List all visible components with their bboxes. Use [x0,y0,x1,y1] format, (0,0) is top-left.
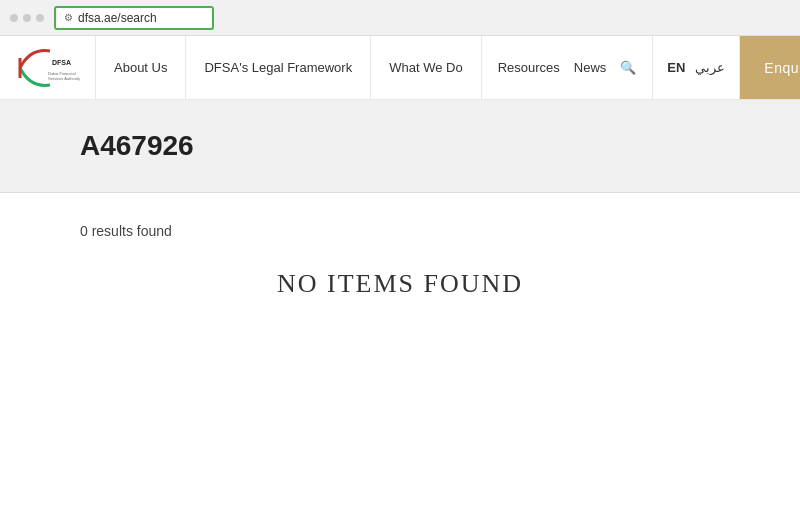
lang-ar-button[interactable]: عربي [695,60,725,76]
nav-legal-framework[interactable]: DFSA's Legal Framework [186,36,371,99]
enquiries-button[interactable]: Enquiries [740,36,800,99]
lock-icon: ⚙ [64,12,73,23]
nav-news[interactable]: News [574,60,607,75]
nav-what-we-do[interactable]: What We Do [371,36,481,99]
svg-text:Services Authority: Services Authority [48,76,80,81]
search-header: A467926 [0,100,800,193]
nav-right-items: Resources News 🔍 [482,36,654,99]
dfsa-logo: DFSA Dubai Financial Services Authority [10,43,85,93]
lang-en-button[interactable]: EN [667,60,685,75]
nav-about-us-label: About Us [114,60,167,75]
browser-dot-1 [10,14,18,22]
svg-text:DFSA: DFSA [52,59,71,66]
search-query: A467926 [80,130,720,162]
nav-legal-framework-label: DFSA's Legal Framework [204,60,352,75]
no-items-message: No items found [80,269,720,299]
results-section: 0 results found No items found [0,193,800,329]
browser-dots [10,14,44,22]
search-icon[interactable]: 🔍 [620,60,636,75]
nav-resources[interactable]: Resources [498,60,560,75]
lang-area: EN عربي [653,36,740,99]
nav-about-us[interactable]: About Us [95,36,186,99]
browser-dot-2 [23,14,31,22]
address-text: dfsa.ae/search [78,11,157,25]
browser-dot-3 [36,14,44,22]
logo-area: DFSA Dubai Financial Services Authority [10,43,85,93]
results-count: 0 results found [80,223,720,239]
navbar: DFSA Dubai Financial Services Authority … [0,36,800,100]
address-bar[interactable]: ⚙ dfsa.ae/search [54,6,214,30]
nav-what-we-do-label: What We Do [389,60,462,75]
browser-bar: ⚙ dfsa.ae/search [0,0,800,36]
nav-links: About Us DFSA's Legal Framework What We … [95,36,482,99]
